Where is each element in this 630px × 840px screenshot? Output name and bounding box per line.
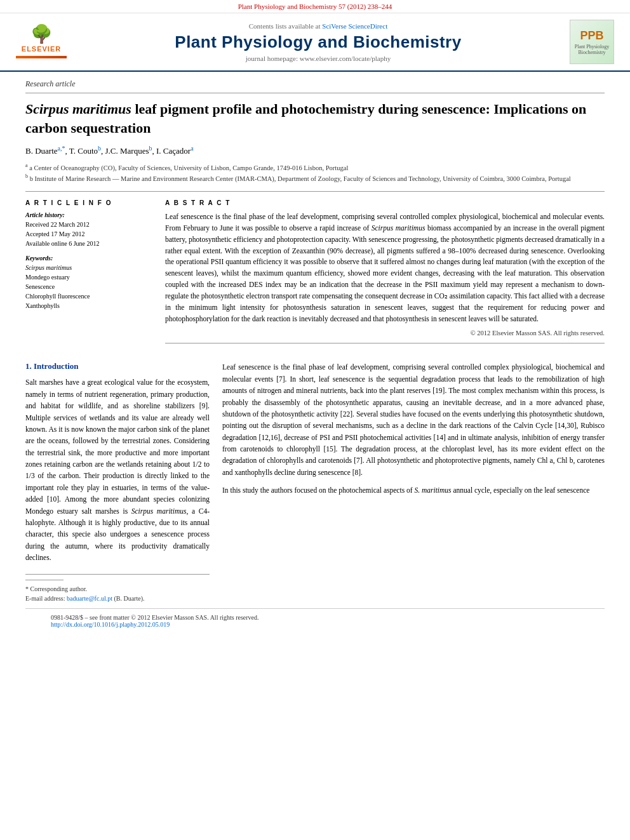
article-title: Scirpus maritimus leaf pigment profile a… [25, 100, 605, 137]
body-right-col: Leaf senescence is the final phase of le… [222, 361, 605, 603]
journal-title: Plant Physiology and Biochemistry [76, 32, 560, 52]
article-info-heading: A R T I C L E I N F O [25, 199, 152, 206]
article-type: Research article [25, 72, 605, 93]
author4-sup: a [191, 145, 193, 152]
email-link[interactable]: baduarte@fc.ul.pt [67, 595, 112, 602]
article-info: A R T I C L E I N F O Article history: R… [25, 199, 152, 343]
elsevier-strip [16, 56, 67, 58]
journal-header: 🌳 ELSEVIER Contents lists available at S… [0, 13, 630, 72]
intro-number: 1. [25, 361, 32, 371]
author4-name: , I. Caçador [152, 147, 191, 156]
keyword3: Senescence [25, 282, 152, 291]
copyright-line: © 2012 Elsevier Masson SAS. All rights r… [165, 330, 605, 343]
abstract-section: A B S T R A C T Leaf senescence is the f… [165, 199, 605, 343]
info-abstract-section: A R T I C L E I N F O Article history: R… [25, 199, 605, 343]
available-date: Available online 6 June 2012 [25, 239, 152, 248]
intro-heading: 1. Introduction [25, 361, 210, 371]
sciverse-line: Contents lists available at SciVerse Sci… [76, 22, 560, 30]
doi-line: http://dx.doi.org/10.1016/j.plaphy.2012.… [51, 621, 579, 628]
corresponding-note: * Corresponding author. E-mail address: … [25, 584, 210, 603]
ppb-logo: PPB Plant PhysiologyBiochemistry [570, 20, 614, 64]
author3-name: , J.C. Marques [101, 147, 149, 156]
received-date: Received 22 March 2012 [25, 220, 152, 229]
affiliation-b: b b Institute of Marine Research — Marin… [25, 173, 605, 183]
body-left-col: 1. Introduction Salt marshes have a grea… [25, 361, 210, 603]
elsevier-logo: 🌳 ELSEVIER [16, 25, 67, 58]
article-body: 1. Introduction Salt marshes have a grea… [25, 351, 605, 603]
keyword4: Chlorophyll fluorescence [25, 291, 152, 301]
abstract-heading: A B S T R A C T [165, 199, 605, 206]
intro-title: Introduction [34, 361, 79, 371]
intro-right-text-2: In this study the authors focused on the… [222, 484, 605, 496]
journal-logo-area: PPB Plant PhysiologyBiochemistry [566, 20, 617, 64]
abstract-text: Leaf senescence is the final phase of th… [165, 211, 605, 324]
intro-left-text: Salt marshes have a great ecological val… [25, 377, 210, 563]
tree-icon: 🌳 [30, 25, 53, 43]
journal-title-area: Contents lists available at SciVerse Sci… [76, 22, 560, 62]
intro-right-text: Leaf senescence is the final phase of le… [222, 361, 605, 478]
article-title-italic: Scirpus maritimus [25, 101, 131, 117]
publisher-logo-area: 🌳 ELSEVIER [13, 25, 70, 58]
article-history: Article history: Received 22 March 2012 … [25, 211, 152, 248]
accepted-date: Accepted 17 May 2012 [25, 229, 152, 239]
content-wrapper: Research article Scirpus maritimus leaf … [0, 72, 630, 633]
bottom-bar: 0981-9428/$ – see front matter © 2012 El… [25, 608, 605, 633]
ppb-subtitle: Plant PhysiologyBiochemistry [575, 44, 609, 55]
author2-name: , T. Couto [65, 147, 98, 156]
ppb-text: PPB [580, 29, 603, 43]
keyword2: Mondego estuary [25, 272, 152, 282]
keywords-label: Keywords: [25, 255, 152, 262]
footnote-section: * Corresponding author. E-mail address: … [25, 574, 210, 603]
keywords: Keywords: Scirpus maritimus Mondego estu… [25, 255, 152, 310]
authors-line: B. Duartea,*, T. Coutob, J.C. Marquesb, … [25, 145, 605, 156]
keyword5: Xanthophylls [25, 301, 152, 310]
journal-citation: Plant Physiology and Biochemistry 57 (20… [238, 3, 392, 10]
author1-sup: a,* [58, 145, 65, 152]
elsevier-wordmark: ELSEVIER [22, 45, 61, 53]
sciverse-link[interactable]: SciVerse ScienceDirect [322, 22, 387, 30]
author1-name: B. Duarte [25, 147, 58, 156]
issn-line: 0981-9428/$ – see front matter © 2012 El… [51, 614, 579, 621]
history-label: Article history: [25, 211, 152, 218]
affiliation-a: a a Center of Oceanography (CO), Faculty… [25, 162, 605, 173]
keyword1: Scirpus maritimus [25, 263, 152, 272]
journal-citation-bar: Plant Physiology and Biochemistry 57 (20… [0, 0, 630, 13]
affiliations: a a Center of Oceanography (CO), Faculty… [25, 162, 605, 192]
journal-homepage: journal homepage: www.elsevier.com/locat… [76, 55, 560, 62]
doi-link[interactable]: http://dx.doi.org/10.1016/j.plaphy.2012.… [51, 621, 170, 628]
